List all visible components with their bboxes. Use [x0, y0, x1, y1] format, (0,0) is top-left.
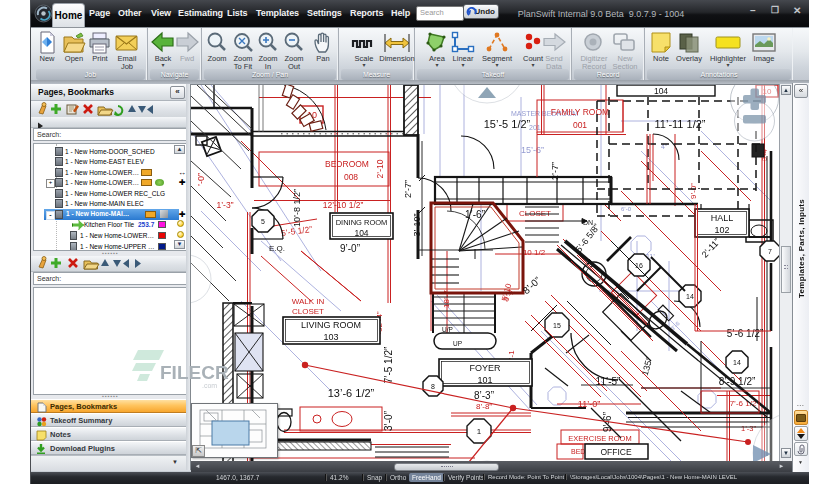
svg-text:1’-6”: 1’-6”	[465, 209, 485, 220]
svg-text:2’-7”: 2’-7”	[550, 162, 560, 180]
svg-text:001: 001	[573, 120, 587, 130]
svg-text:11’-11 1/2”: 11’-11 1/2”	[655, 118, 706, 130]
svg-text:OFFICE: OFFICE	[600, 447, 631, 457]
svg-text:EXERCISE ROOM: EXERCISE ROOM	[568, 434, 631, 443]
svg-text:8’-3”: 8’-3”	[474, 390, 494, 401]
svg-text:14: 14	[733, 359, 741, 366]
svg-text:WALK IN: WALK IN	[292, 297, 325, 306]
svg-text:FILECR: FILECR	[160, 362, 229, 383]
svg-text:FAMILY ROOM: FAMILY ROOM	[551, 107, 609, 117]
svg-text:1: 1	[477, 427, 482, 436]
svg-text:10’-8 1/2”: 10’-8 1/2”	[292, 189, 302, 227]
svg-text:15’-5 1/2”: 15’-5 1/2”	[484, 118, 531, 130]
svg-text:5’-6 1/2”: 5’-6 1/2”	[727, 328, 764, 339]
svg-text:2’-11”: 2’-11”	[700, 236, 723, 259]
svg-text:3’-10”: 3’-10”	[412, 213, 422, 236]
svg-text:8: 8	[431, 383, 435, 390]
svg-text:5: 5	[261, 218, 265, 225]
svg-text:12’-10 1/2”: 12’-10 1/2”	[323, 200, 364, 210]
svg-text:104: 104	[354, 228, 368, 238]
svg-text:CLOSET: CLOSET	[292, 307, 324, 316]
svg-text:14: 14	[686, 293, 694, 300]
svg-text:FOYER: FOYER	[469, 363, 501, 373]
svg-text:BEDROOM: BEDROOM	[325, 159, 369, 169]
svg-text:15: 15	[553, 322, 561, 329]
svg-text:16: 16	[635, 262, 643, 269]
svg-text:9’-0”: 9’-0”	[340, 243, 360, 254]
svg-text:10 1/2: 10 1/2	[523, 248, 546, 257]
svg-text:UP: UP	[453, 340, 462, 347]
svg-text:U/P: U/P	[442, 326, 453, 333]
svg-text:135°: 135°	[640, 356, 655, 377]
svg-text:15’-6”: 15’-6”	[521, 145, 544, 155]
svg-text:2’-10: 2’-10	[375, 159, 385, 178]
svg-text:E.Q.: E.Q.	[269, 244, 285, 253]
svg-text:HALL: HALL	[711, 213, 734, 223]
svg-text:7’-6 1/2: 7’-6 1/2	[730, 399, 757, 408]
svg-text:103: 103	[323, 332, 338, 342]
svg-text:1’-3”: 1’-3”	[741, 424, 757, 433]
svg-text:6’-0: 6’-0	[621, 206, 632, 212]
svg-text:102: 102	[714, 225, 729, 235]
svg-text:2’-7”: 2’-7”	[403, 180, 413, 198]
svg-text:DINING ROOM: DINING ROOM	[336, 218, 388, 227]
svg-text:.com: .com	[202, 382, 217, 389]
svg-text:3’-0”: 3’-0”	[383, 411, 394, 431]
svg-text:7’-5 1/2”: 7’-5 1/2”	[383, 347, 394, 384]
svg-text:7: 7	[768, 248, 772, 255]
svg-text:101: 101	[477, 375, 492, 385]
svg-text:008: 008	[344, 172, 358, 182]
svg-text:201: 201	[529, 124, 541, 131]
svg-text:9’-0”: 9’-0”	[689, 183, 698, 199]
svg-text:’-0”: ’-0”	[196, 173, 206, 186]
svg-text:13’-6 1/2”: 13’-6 1/2”	[328, 387, 375, 399]
svg-text:104: 104	[654, 86, 668, 96]
svg-text:5’-6 5/8”: 5’-6 5/8”	[574, 222, 602, 254]
svg-text:1’-3”: 1’-3”	[216, 200, 233, 210]
svg-text:LIVING ROOM: LIVING ROOM	[301, 320, 361, 330]
